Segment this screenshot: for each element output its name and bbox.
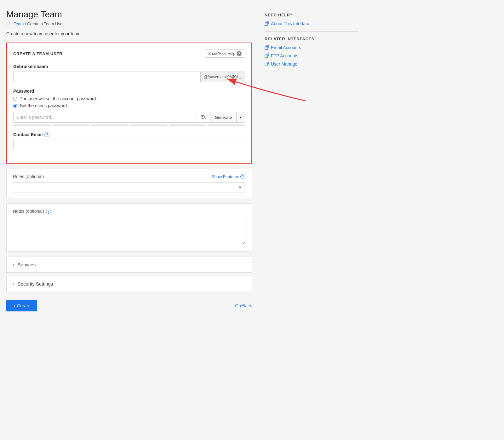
contact-email-label-wrapper: Contact Email ? bbox=[13, 132, 245, 137]
services-label: Services bbox=[18, 262, 36, 267]
roles-label: Roles (optional) bbox=[13, 174, 44, 179]
strength-segment-1 bbox=[13, 124, 51, 126]
security-label: Security Settings bbox=[18, 281, 53, 287]
security-settings-header: › Security Settings bbox=[13, 281, 245, 287]
toggle-password-visibility-button[interactable] bbox=[196, 112, 210, 122]
contact-email-field-group: Contact Email ? bbox=[13, 132, 245, 150]
password-radio-group: The user will set the account password. … bbox=[13, 96, 245, 108]
page-description: Create a new team user for your team. bbox=[6, 31, 252, 36]
panel-header: CREATE A TEAM USER Show/Hide Help ? bbox=[13, 49, 245, 58]
show-hide-help-button[interactable]: Show/Hide Help ? bbox=[205, 49, 245, 58]
notes-label: Notes (optional) bbox=[13, 209, 44, 214]
notes-help-icon[interactable]: ? bbox=[46, 209, 51, 214]
about-this-interface-label: About This Interface bbox=[271, 21, 310, 26]
ftp-accounts-label: FTP Accounts bbox=[271, 53, 298, 58]
ftp-accounts-link[interactable]: FTP Accounts bbox=[265, 53, 359, 58]
strength-segment-5 bbox=[169, 124, 206, 126]
username-label: Gebruikersnaam bbox=[13, 64, 245, 69]
strength-segment-6 bbox=[208, 124, 245, 126]
notes-textarea[interactable] bbox=[13, 217, 245, 245]
contact-email-input[interactable] bbox=[13, 140, 245, 150]
page-title: Manage Team bbox=[6, 9, 252, 20]
username-field-group: Gebruikersnaam @%username%@% ⎯ bbox=[13, 64, 245, 82]
contact-email-help-icon[interactable]: ? bbox=[44, 132, 49, 137]
user-manager-link[interactable]: User Manager bbox=[265, 61, 359, 67]
strength-segment-2 bbox=[52, 124, 89, 126]
roles-select[interactable] bbox=[13, 182, 245, 193]
services-section[interactable]: › Services bbox=[6, 257, 252, 273]
username-suffix: @%username%@% ⎯ bbox=[200, 72, 245, 82]
notes-label-wrapper: Notes (optional) ? bbox=[13, 209, 245, 214]
show-features-link[interactable]: Show Features ? bbox=[212, 174, 245, 179]
generate-dropdown-button[interactable]: ▾ bbox=[236, 112, 245, 122]
need-help-title: NEED HELP? bbox=[265, 13, 359, 17]
roles-header: Roles (optional) Show Features ? bbox=[13, 174, 245, 179]
roles-section: Roles (optional) Show Features ? bbox=[6, 169, 252, 198]
eye-slash-icon bbox=[200, 114, 206, 120]
related-interfaces-section: RELATED INTERFACES Email Accounts FTP Ac… bbox=[265, 37, 359, 67]
password-label: Password bbox=[13, 89, 245, 94]
radio-user-set-password-label: The user will set the account password. bbox=[20, 96, 97, 101]
security-chevron-icon: › bbox=[13, 281, 14, 287]
breadcrumb-current: Create a Team User bbox=[27, 21, 64, 26]
radio-user-set-password[interactable]: The user will set the account password. bbox=[13, 96, 245, 101]
external-link-icon-about bbox=[265, 21, 269, 26]
email-accounts-label: Email Accounts bbox=[271, 45, 301, 50]
create-button[interactable]: + Create bbox=[6, 300, 37, 311]
password-input-wrapper: Generate ▾ bbox=[13, 112, 245, 123]
email-accounts-link[interactable]: Email Accounts bbox=[265, 45, 359, 50]
security-settings-section[interactable]: › Security Settings bbox=[6, 276, 252, 292]
sidebar: NEED HELP? About This Interface RELATED … bbox=[265, 9, 359, 315]
action-bar: + Create Go Back bbox=[6, 295, 252, 315]
external-link-icon-user-manager bbox=[265, 62, 269, 66]
sidebar-divider bbox=[265, 31, 359, 32]
help-icon: ? bbox=[237, 51, 242, 56]
create-team-user-panel: CREATE A TEAM USER Show/Hide Help ? Gebr… bbox=[6, 43, 252, 164]
notes-section: Notes (optional) ? bbox=[6, 203, 252, 252]
username-input-wrapper: @%username%@% ⎯ bbox=[13, 72, 245, 82]
services-chevron-icon: › bbox=[13, 262, 14, 267]
go-back-link[interactable]: Go Back bbox=[235, 303, 252, 308]
about-this-interface-link[interactable]: About This Interface bbox=[265, 21, 359, 26]
generate-button[interactable]: Generate bbox=[210, 112, 236, 122]
password-field-group: Password The user will set the account p… bbox=[13, 89, 245, 126]
radio-set-password-label: Set the user's password. bbox=[20, 103, 68, 108]
radio-user-set-password-input[interactable] bbox=[13, 97, 17, 101]
external-link-icon-email bbox=[265, 45, 269, 50]
strength-segment-4 bbox=[130, 124, 167, 126]
username-input[interactable] bbox=[14, 72, 200, 82]
breadcrumb: List Team / Create a Team User bbox=[6, 21, 252, 26]
radio-set-password-input[interactable] bbox=[13, 104, 17, 108]
show-features-help-icon: ? bbox=[240, 174, 245, 179]
strength-segment-3 bbox=[91, 124, 129, 126]
password-input[interactable] bbox=[14, 112, 196, 122]
generate-btn-group: Generate ▾ bbox=[210, 112, 245, 122]
radio-set-password[interactable]: Set the user's password. bbox=[13, 103, 245, 108]
contact-email-label: Contact Email bbox=[13, 132, 43, 137]
password-strength-bar bbox=[13, 124, 245, 126]
services-header: › Services bbox=[13, 262, 245, 267]
external-link-icon-ftp bbox=[265, 54, 269, 58]
related-interfaces-title: RELATED INTERFACES bbox=[265, 37, 359, 41]
need-help-section: NEED HELP? About This Interface bbox=[265, 13, 359, 26]
panel-title: CREATE A TEAM USER bbox=[13, 51, 62, 56]
breadcrumb-separator: / bbox=[25, 21, 26, 26]
breadcrumb-list-team[interactable]: List Team bbox=[6, 21, 24, 26]
user-manager-label: User Manager bbox=[271, 61, 299, 67]
